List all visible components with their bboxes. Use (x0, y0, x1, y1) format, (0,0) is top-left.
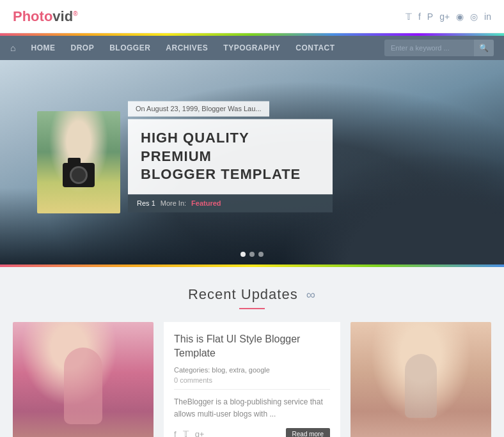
card-twitter-icon[interactable]: 𝕋 (183, 429, 189, 437)
card-image-left (13, 322, 154, 437)
recent-title: Recent Updates ∞ (188, 286, 316, 302)
nav-bar: ⌂ HOME DROP BLOGGER ARCHIVES TYPOGRAPHY … (0, 36, 504, 60)
recent-header: Recent Updates ∞ (13, 286, 491, 309)
twitter-icon[interactable]: 𝕋 (406, 12, 412, 22)
hero-res-label: Res 1 (137, 199, 155, 207)
linkedin-icon[interactable]: in (484, 12, 491, 22)
logo-reg: ® (73, 10, 77, 17)
person-silhouette (64, 348, 102, 424)
hero-content: On August 23, 1999, Blogger Was Lau... H… (128, 101, 333, 212)
camera-icon (63, 163, 95, 187)
nav-item-blogger[interactable]: BLOGGER (102, 36, 158, 60)
card-facebook-icon[interactable]: f (174, 429, 177, 437)
slider-dot-3[interactable] (258, 252, 264, 257)
card-footer: f 𝕋 g+ Read more (174, 428, 330, 437)
card-text: This is Flat UI Style Blogger Template C… (164, 322, 340, 437)
hero-section: On August 23, 1999, Blogger Was Lau... H… (0, 60, 504, 264)
readmore-button[interactable]: Read more (286, 428, 330, 437)
facebook-icon[interactable]: f (418, 12, 421, 22)
infinity-icon: ∞ (306, 288, 316, 302)
dribbble-icon[interactable]: ◉ (456, 12, 464, 22)
card-excerpt: TheBlogger is a blog-publishing service … (174, 396, 330, 420)
logo: Photovid® (13, 8, 78, 25)
vimeo-icon[interactable]: ◎ (470, 12, 478, 22)
pinterest-icon[interactable]: P (427, 12, 433, 22)
hero-photo (37, 111, 120, 213)
nav-item-contact[interactable]: CONTACT (288, 36, 342, 60)
hero-subtitle: On August 23, 1999, Blogger Was Lau... (128, 101, 269, 116)
hero-more-label: More In: (161, 199, 186, 207)
nav-item-archives[interactable]: ARCHIVES (158, 36, 216, 60)
nav-item-typography[interactable]: TYPOGRAPHY (216, 36, 288, 60)
card-social-icons: f 𝕋 g+ (174, 429, 204, 437)
hero-title-card: HIGH QUALITY PREMIUM BLOGGER TEMPLATE (128, 119, 333, 194)
card-image-right (350, 322, 491, 437)
top-bar: Photovid® 𝕋 f P g+ ◉ ◎ in (0, 0, 504, 33)
home-icon[interactable]: ⌂ (10, 43, 15, 53)
gplus-icon[interactable]: g+ (439, 12, 450, 22)
hero-title: HIGH QUALITY PREMIUM BLOGGER TEMPLATE (141, 129, 320, 184)
card-comments: 0 comments (174, 376, 330, 390)
card-image-left-inner (13, 322, 154, 437)
card-title: This is Flat UI Style Blogger Template (174, 332, 330, 361)
cards-row: This is Flat UI Style Blogger Template C… (13, 322, 491, 437)
logo-vid: vid (52, 8, 73, 24)
recent-divider (239, 308, 265, 309)
nav-search[interactable]: 🔍 (384, 40, 494, 56)
nav-item-drop[interactable]: DROP (63, 36, 102, 60)
card-gplus-icon[interactable]: g+ (195, 429, 205, 437)
nav-item-home[interactable]: HOME (23, 36, 63, 60)
search-button[interactable]: 🔍 (474, 40, 494, 56)
card-image-right-inner (350, 322, 491, 437)
hero-meta-bar: Res 1 More In: Featured (128, 194, 333, 212)
person-silhouette-right (405, 354, 437, 418)
card-categories: Categories: blog, extra, google (174, 366, 330, 374)
slider-dot-1[interactable] (240, 252, 246, 257)
hero-featured-link[interactable]: Featured (191, 199, 221, 207)
logo-photo: Photo (13, 8, 52, 24)
search-input[interactable] (384, 44, 474, 52)
slider-dot-2[interactable] (249, 252, 255, 257)
social-icons: 𝕋 f P g+ ◉ ◎ in (406, 12, 491, 22)
recent-section: Recent Updates ∞ This is Flat UI Style B… (0, 267, 504, 437)
hero-photo-inner (37, 111, 120, 213)
slider-dots (240, 252, 264, 257)
